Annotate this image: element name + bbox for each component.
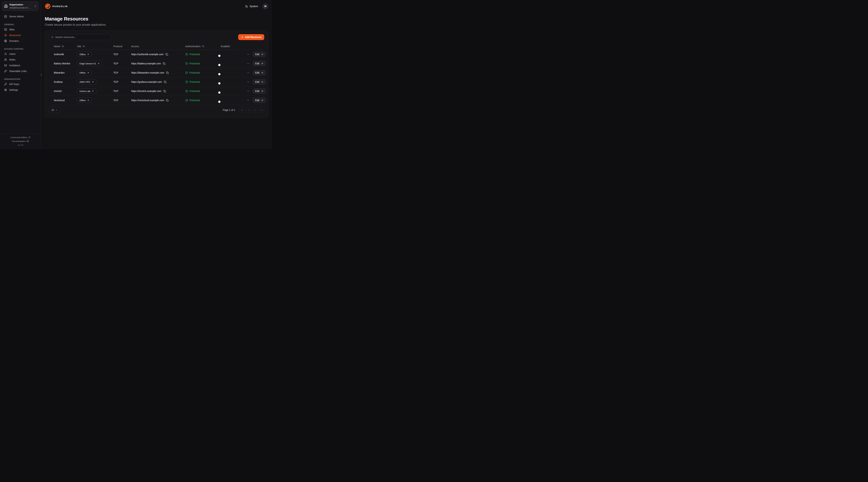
arrow-right-icon bbox=[261, 99, 264, 101]
access-url: https://nextcloud.example.com bbox=[131, 99, 164, 102]
sidebar-item-users[interactable]: Users bbox=[0, 51, 41, 57]
theme-label: System bbox=[250, 5, 258, 8]
arrow-up-right-icon bbox=[97, 62, 100, 65]
sidebar-item-server-admin[interactable]: Server Admin bbox=[0, 13, 41, 19]
chevron-down-icon bbox=[55, 109, 58, 111]
row-menu-icon[interactable] bbox=[247, 81, 250, 83]
sidebar-item-sites[interactable]: Sites bbox=[0, 27, 41, 32]
site-link[interactable]: Edge Device 01 bbox=[77, 61, 102, 66]
auth-badge: Protected bbox=[185, 71, 221, 74]
edit-button[interactable]: Edit bbox=[253, 89, 266, 94]
globe-icon bbox=[4, 39, 7, 42]
documentation-link[interactable]: Documentation bbox=[0, 139, 41, 143]
resource-name: Grafana bbox=[49, 81, 77, 83]
prev-page-button[interactable] bbox=[246, 107, 251, 113]
copy-icon[interactable] bbox=[163, 90, 166, 93]
arrow-right-icon bbox=[261, 90, 264, 92]
resource-name: Immich bbox=[49, 90, 77, 93]
site-link[interactable]: Office bbox=[77, 70, 92, 75]
column-header-name[interactable]: Name bbox=[49, 45, 77, 48]
sidebar: Organization milo@fossorial.io's ... Ser… bbox=[0, 0, 41, 149]
arrow-up-right-icon bbox=[92, 81, 94, 83]
nav-section-access-control: ACCESS CONTROL bbox=[0, 46, 41, 51]
protocol: TCP bbox=[113, 99, 131, 102]
community-edition-link[interactable]: Community Edition bbox=[0, 135, 41, 139]
table-row: Authentik Office TCP https://authentik.e… bbox=[49, 50, 264, 59]
sidebar-item-label: Users bbox=[9, 53, 16, 55]
table-row: Immich Home Lab TCP https://immich.examp… bbox=[49, 87, 264, 96]
protocol: TCP bbox=[113, 53, 131, 56]
combine-icon bbox=[4, 28, 7, 31]
search-input[interactable] bbox=[55, 36, 109, 38]
edit-button[interactable]: Edit bbox=[253, 98, 266, 103]
row-menu-icon[interactable] bbox=[247, 99, 250, 102]
site-link[interactable]: Home Lab bbox=[77, 89, 96, 94]
row-menu-icon[interactable] bbox=[247, 53, 250, 56]
edit-button[interactable]: Edit bbox=[253, 79, 266, 85]
copy-icon[interactable] bbox=[165, 53, 168, 56]
server-icon bbox=[4, 15, 7, 18]
auth-badge: Protected bbox=[185, 53, 221, 56]
edit-button[interactable]: Edit bbox=[253, 61, 266, 66]
version-label: v1.7.0 bbox=[0, 143, 41, 147]
row-menu-icon[interactable] bbox=[247, 71, 250, 74]
user-icon bbox=[4, 53, 7, 55]
page-subtitle: Create secure proxies to your private ap… bbox=[45, 23, 106, 26]
column-header-site[interactable]: Site bbox=[77, 45, 113, 48]
add-resource-button[interactable]: Add Resource bbox=[238, 34, 264, 40]
copy-icon[interactable] bbox=[166, 99, 168, 102]
arrow-up-right-icon bbox=[87, 72, 89, 74]
nav-section-general: GENERAL bbox=[0, 22, 41, 27]
sidebar-item-domains[interactable]: Domains bbox=[0, 38, 41, 44]
arrow-right-icon bbox=[261, 53, 264, 56]
protocol: TCP bbox=[113, 81, 131, 83]
sidebar-nav: Server Admin GENERAL Sites Resources Dom… bbox=[0, 13, 41, 93]
table-row: Grafana AWS VPC TCP https://grafana.exam… bbox=[49, 77, 264, 87]
plus-icon bbox=[241, 36, 244, 38]
auth-badge: Protected bbox=[185, 62, 221, 65]
sidebar-item-resources[interactable]: Resources bbox=[0, 32, 41, 38]
page-size-select[interactable]: 20 bbox=[49, 107, 60, 113]
column-header-authentication[interactable]: Authentication bbox=[185, 45, 221, 48]
access-url: https://bitwarden.example.com bbox=[131, 71, 164, 74]
next-page-button[interactable] bbox=[253, 107, 258, 113]
site-link[interactable]: Office bbox=[77, 52, 92, 57]
column-header-access: Access bbox=[131, 45, 185, 48]
auth-badge: Protected bbox=[185, 90, 221, 93]
sidebar-item-shareable-links[interactable]: Shareable Links bbox=[0, 68, 41, 74]
page-title: Manage Resources bbox=[45, 16, 106, 22]
sidebar-item-invitations[interactable]: Invitations bbox=[0, 62, 41, 68]
org-selector[interactable]: Organization milo@fossorial.io's ... bbox=[2, 1, 38, 11]
search-box bbox=[49, 34, 111, 40]
sidebar-item-api-keys[interactable]: API Keys bbox=[0, 81, 41, 87]
copy-icon[interactable] bbox=[166, 71, 169, 74]
chevron-right-icon bbox=[254, 109, 256, 111]
pangolin-logo-icon bbox=[45, 3, 51, 9]
site-link[interactable]: Office bbox=[77, 98, 92, 103]
brand: PANGOLIN bbox=[45, 3, 68, 9]
sidebar-item-label: Domains bbox=[9, 39, 19, 42]
theme-toggle[interactable]: System bbox=[245, 5, 258, 8]
shield-check-icon bbox=[185, 53, 188, 56]
first-page-button[interactable] bbox=[239, 107, 244, 113]
chevron-left-icon bbox=[247, 109, 250, 111]
copy-icon[interactable] bbox=[164, 81, 166, 83]
edit-button[interactable]: Edit bbox=[253, 70, 266, 75]
shield-check-icon bbox=[185, 62, 188, 65]
copy-icon[interactable] bbox=[163, 62, 165, 65]
row-menu-icon[interactable] bbox=[247, 90, 250, 93]
avatar[interactable]: M bbox=[262, 3, 268, 9]
row-menu-icon[interactable] bbox=[247, 62, 250, 65]
access-url: https://immich.example.com bbox=[131, 90, 161, 93]
edit-button[interactable]: Edit bbox=[253, 52, 266, 57]
sidebar-item-settings[interactable]: Settings bbox=[0, 87, 41, 93]
auth-badge: Protected bbox=[185, 99, 221, 102]
auth-badge: Protected bbox=[185, 81, 221, 83]
sidebar-item-roles[interactable]: Roles bbox=[0, 57, 41, 62]
last-page-button[interactable] bbox=[259, 107, 264, 113]
site-link[interactable]: AWS VPC bbox=[77, 79, 96, 85]
sidebar-footer: Community Edition Documentation v1.7.0 bbox=[0, 133, 41, 149]
chevrons-left-icon bbox=[241, 109, 243, 111]
sidebar-resize-handle[interactable] bbox=[41, 73, 42, 76]
sidebar-item-label: Invitations bbox=[9, 64, 20, 67]
